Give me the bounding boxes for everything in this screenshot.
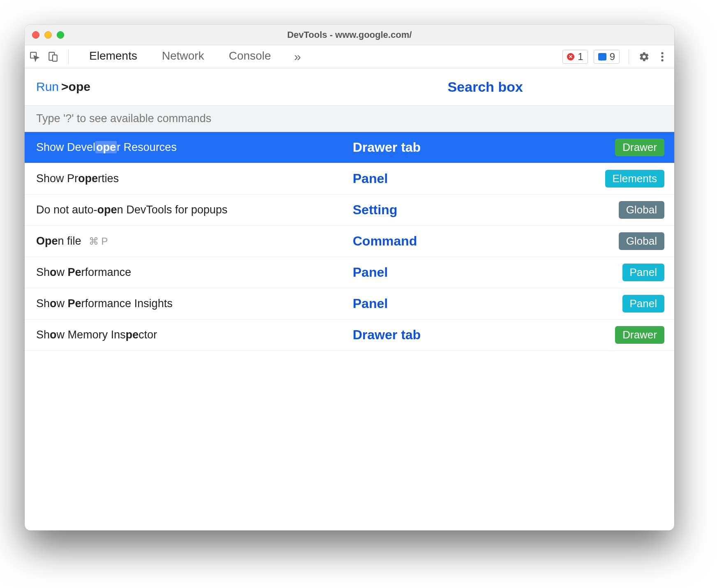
svg-point-5	[661, 59, 663, 61]
category-tag: Panel	[622, 264, 665, 281]
run-label: Run	[36, 80, 59, 94]
window-title: DevTools - www.google.com/	[25, 30, 674, 40]
issues-icon	[598, 53, 606, 60]
command-text: Do not auto-open DevTools for popups	[36, 204, 353, 216]
command-result[interactable]: Do not auto-open DevTools for popupsSett…	[25, 194, 674, 226]
command-menu-results: Show Developer ResourcesDrawer tabDrawer…	[25, 132, 674, 530]
more-options-icon[interactable]	[656, 51, 668, 63]
annotation-search-box: Search box	[448, 79, 523, 95]
command-result[interactable]: Show Performance InsightsPanelPanel	[25, 288, 674, 319]
annotation-label: Setting	[353, 202, 493, 218]
command-result[interactable]: Open file⌘ PCommandGlobal	[25, 226, 674, 257]
tab-console[interactable]: Console	[228, 45, 272, 68]
keyboard-shortcut: ⌘ P	[89, 236, 108, 247]
command-result[interactable]: Show Developer ResourcesDrawer tabDrawer	[25, 132, 674, 163]
error-icon: ✕	[567, 53, 574, 60]
category-tag: Drawer	[615, 326, 664, 344]
errors-badge[interactable]: ✕ 1	[562, 50, 587, 64]
separator	[68, 49, 69, 64]
annotation-label: Drawer tab	[353, 140, 493, 155]
command-text: Open file⌘ P	[36, 235, 353, 248]
category-tag: Global	[619, 232, 664, 250]
settings-icon[interactable]	[638, 51, 650, 63]
category-tag: Panel	[622, 295, 665, 313]
annotation-label: Command	[353, 234, 493, 249]
command-text: Show Performance	[36, 266, 353, 279]
command-result[interactable]: Show PerformancePanelPanel	[25, 257, 674, 288]
devtools-toolbar: Elements Network Console » ✕ 1 9	[25, 45, 674, 68]
category-tag: Drawer	[615, 139, 664, 156]
annotation-label: Panel	[353, 265, 493, 280]
svg-point-3	[661, 52, 663, 54]
devtools-window: DevTools - www.google.com/ Elements Netw…	[25, 25, 674, 530]
issues-badge[interactable]: 9	[594, 50, 620, 64]
command-menu-hint: Type '?' to see available commands	[25, 105, 674, 132]
command-menu-input-row[interactable]: Run >ope Search box	[25, 68, 674, 105]
svg-rect-2	[53, 55, 57, 61]
command-result[interactable]: Show Memory InspectorDrawer tabDrawer	[25, 319, 674, 351]
category-tag: Global	[619, 201, 664, 219]
inspect-icon[interactable]	[29, 51, 41, 63]
more-tabs-icon[interactable]: »	[294, 50, 301, 64]
command-text: Show Developer Resources	[36, 141, 353, 154]
issues-count: 9	[610, 51, 615, 63]
annotation-label: Panel	[353, 296, 493, 311]
tab-elements[interactable]: Elements	[88, 45, 138, 68]
annotation-label: Panel	[353, 171, 493, 186]
tab-network[interactable]: Network	[161, 45, 205, 68]
device-toggle-icon[interactable]	[47, 51, 59, 63]
command-result[interactable]: Show PropertiesPanelElements	[25, 163, 674, 194]
command-text: Show Properties	[36, 172, 353, 185]
separator	[629, 49, 629, 64]
annotation-label: Drawer tab	[353, 327, 493, 343]
category-tag: Elements	[605, 170, 664, 188]
command-text: Show Memory Inspector	[36, 329, 353, 341]
command-menu-input[interactable]: >ope	[61, 80, 90, 94]
titlebar: DevTools - www.google.com/	[25, 25, 674, 45]
command-text: Show Performance Insights	[36, 297, 353, 310]
svg-point-4	[661, 56, 663, 58]
errors-count: 1	[578, 51, 583, 63]
panel-tabs: Elements Network Console	[88, 45, 272, 68]
